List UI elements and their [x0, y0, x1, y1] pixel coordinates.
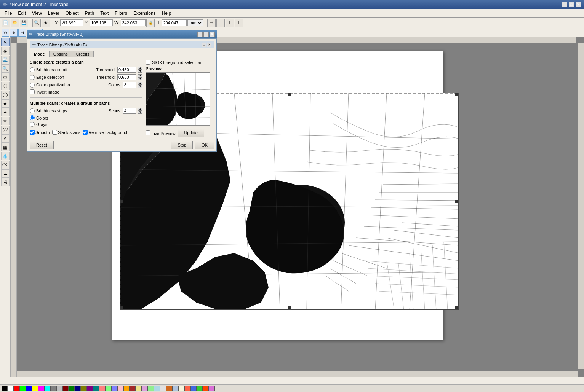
tool-pencil[interactable]: ✏	[1, 117, 10, 125]
tool-ellipse[interactable]: ◯	[1, 91, 10, 99]
palette-swatch[interactable]	[203, 386, 209, 391]
tool-gradient[interactable]: ▦	[1, 143, 10, 151]
edge-detection-radio[interactable]	[30, 75, 35, 80]
palette-swatch[interactable]	[32, 386, 38, 391]
palette-swatch[interactable]	[190, 386, 197, 391]
w-input[interactable]	[121, 19, 146, 26]
unit-select[interactable]: mm px in	[187, 19, 203, 26]
colors-input[interactable]	[123, 82, 136, 88]
toolbar-save[interactable]: 💾	[20, 19, 28, 27]
palette-swatch[interactable]	[62, 386, 69, 391]
tool-3d[interactable]: ⬡	[1, 82, 10, 90]
x-input[interactable]	[60, 19, 83, 26]
threshold-input-1[interactable]	[117, 67, 136, 73]
siox-checkbox[interactable]	[146, 60, 150, 65]
palette-swatch[interactable]	[20, 386, 26, 391]
tool-rect[interactable]: ▭	[1, 73, 10, 81]
tool-pen[interactable]: ✒	[1, 108, 10, 116]
palette-swatch[interactable]	[14, 386, 20, 391]
dialog-restore[interactable]: □	[203, 32, 209, 37]
palette-swatch[interactable]	[197, 386, 203, 391]
menu-view[interactable]: View	[29, 10, 45, 17]
maximize-btn[interactable]: □	[569, 2, 574, 7]
menu-help[interactable]: Help	[159, 10, 174, 17]
colors-radio[interactable]	[30, 115, 35, 120]
scans-spin-down[interactable]: ▼	[138, 111, 142, 114]
palette-swatch[interactable]	[160, 386, 166, 391]
palette-swatch[interactable]	[178, 386, 184, 391]
palette-swatch[interactable]	[93, 386, 99, 391]
tool-eraser[interactable]: ⌫	[1, 161, 10, 169]
tool-tweak[interactable]: 🌊	[1, 56, 10, 64]
palette-swatch[interactable]	[69, 386, 75, 391]
invert-checkbox[interactable]	[30, 89, 35, 94]
palette-swatch[interactable]	[136, 386, 142, 391]
colors-spin-down[interactable]: ▼	[138, 85, 142, 88]
stack-scans-checkbox[interactable]	[52, 130, 57, 135]
live-preview-checkbox[interactable]	[146, 130, 150, 135]
align-bottom[interactable]: ⊥	[235, 19, 243, 27]
smooth-checkbox[interactable]	[30, 130, 35, 135]
align-right[interactable]: ⊤	[226, 19, 234, 27]
minimize-btn[interactable]: _	[562, 2, 567, 7]
remove-bg-checkbox[interactable]	[83, 130, 88, 135]
palette-swatch[interactable]	[81, 386, 87, 391]
snap-btn-2[interactable]: ⊕	[10, 29, 18, 37]
palette-swatch[interactable]	[8, 386, 14, 391]
tool-zoom[interactable]: 🔍	[1, 64, 10, 73]
tab-mode[interactable]: Mode	[30, 51, 49, 57]
scans-input[interactable]	[123, 108, 136, 114]
menu-object[interactable]: Object	[62, 10, 82, 17]
menu-extensions[interactable]: Extensions	[130, 10, 159, 17]
tool-calligraphy[interactable]: 𝓦	[1, 126, 10, 134]
palette-swatch[interactable]	[117, 386, 123, 391]
tool-dropper[interactable]: 💧	[1, 152, 10, 160]
dialog-minimize[interactable]: _	[197, 32, 203, 37]
align-left[interactable]: ⊣	[207, 19, 216, 27]
y-input[interactable]	[90, 19, 113, 26]
threshold-input-2[interactable]	[117, 74, 136, 80]
palette-swatch[interactable]	[209, 386, 215, 391]
palette-swatch[interactable]	[142, 386, 148, 391]
lock-ratio-btn[interactable]: 🔒	[146, 19, 155, 27]
palette-swatch[interactable]	[105, 386, 111, 391]
toolbar-zoom[interactable]: 🔍	[32, 19, 41, 27]
dialog-inner-restore[interactable]: □	[202, 43, 206, 47]
palette-swatch[interactable]	[50, 386, 56, 391]
ok-btn[interactable]: OK	[195, 141, 214, 149]
palette-swatch[interactable]	[2, 386, 8, 391]
threshold-spin-down-1[interactable]: ▼	[138, 70, 142, 73]
menu-filters[interactable]: Filters	[112, 10, 130, 17]
palette-swatch[interactable]	[44, 386, 50, 391]
tool-star[interactable]: ★	[1, 99, 10, 108]
palette-swatch[interactable]	[87, 386, 93, 391]
menu-path[interactable]: Path	[82, 10, 98, 17]
align-center[interactable]: ⊢	[216, 19, 225, 27]
palette-swatch[interactable]	[99, 386, 105, 391]
close-btn[interactable]: ✕	[576, 2, 581, 7]
palette-swatch[interactable]	[184, 386, 190, 391]
palette-swatch[interactable]	[75, 386, 81, 391]
tool-spray[interactable]: ☁	[1, 169, 10, 178]
tab-options[interactable]: Options	[49, 51, 72, 57]
palette-swatch[interactable]	[148, 386, 154, 391]
tool-text[interactable]: A	[1, 134, 10, 143]
tool-print[interactable]: 🖨	[1, 178, 10, 186]
brightness-cutoff-radio[interactable]	[30, 67, 35, 72]
toolbar-node[interactable]: ◈	[42, 19, 50, 27]
scrollbar-horizontal[interactable]	[17, 371, 578, 377]
palette-swatch[interactable]	[38, 386, 44, 391]
reset-btn[interactable]: Reset	[30, 141, 54, 149]
h-input[interactable]	[162, 19, 187, 26]
palette-swatch[interactable]	[130, 386, 136, 391]
tool-node[interactable]: ◈	[1, 47, 10, 55]
threshold-spin-down-2[interactable]: ▼	[138, 77, 142, 80]
palette-swatch[interactable]	[172, 386, 178, 391]
menu-layer[interactable]: Layer	[45, 10, 62, 17]
menu-file[interactable]: File	[2, 10, 15, 17]
toolbar-new[interactable]: 📄	[2, 19, 10, 27]
menu-text[interactable]: Text	[97, 10, 112, 17]
palette-swatch[interactable]	[166, 386, 172, 391]
snap-btn-1[interactable]: %	[2, 29, 9, 37]
dialog-inner-close[interactable]: ✕	[207, 43, 211, 47]
